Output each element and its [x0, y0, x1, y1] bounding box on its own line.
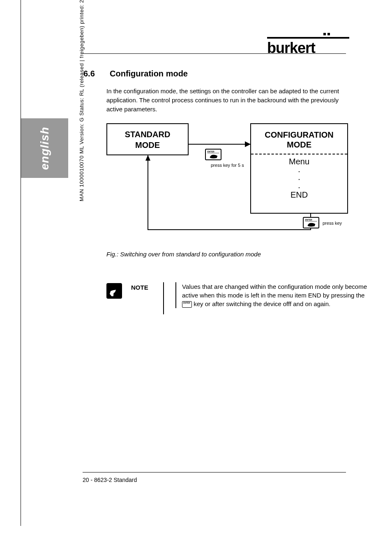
enter-key-icon: ENTER: [205, 149, 221, 160]
figure-caption: Fig.: Switching over from standard to co…: [106, 251, 371, 258]
enter-key-icon: ENTER: [182, 301, 192, 308]
arrow-to-config: [189, 144, 250, 145]
return-line-h: [148, 229, 311, 230]
configuration-mode-box: CONFIGURATION MODE Menu ... END: [250, 123, 348, 214]
page-footer: 20 - 8623-2 Standard: [83, 477, 137, 483]
standard-mode-box: STANDARD MODE: [106, 123, 189, 155]
menu-label: Menu: [251, 157, 347, 166]
config-line1: CONFIGURATION: [253, 130, 346, 140]
press-5s-label: press key for 5 s: [211, 163, 244, 168]
section-title: Configuration mode: [110, 69, 188, 78]
svg-text:ENTER: ENTER: [305, 219, 312, 221]
logo-text: burkert: [267, 39, 349, 57]
enter-key-icon: ENTER: [303, 217, 319, 228]
note-text: Values that are changed within the confi…: [182, 282, 367, 308]
menu-ellipsis: ...: [251, 166, 347, 190]
mode-diagram: STANDARD MODE ENTER press key for 5 s CO…: [106, 123, 349, 234]
svg-text:ENTER: ENTER: [207, 150, 214, 153]
return-arrow-v: [148, 155, 148, 230]
note-hand-icon: [106, 283, 122, 299]
section-number: 6.6: [83, 69, 100, 78]
end-label: END: [251, 190, 347, 200]
standard-line2: MODE: [107, 140, 188, 150]
standard-line1: STANDARD: [107, 129, 188, 140]
config-line2: MODE: [253, 140, 346, 150]
intro-paragraph: In the configuration mode, the settings …: [106, 87, 353, 113]
header-rule: [83, 53, 346, 54]
language-tab: english: [21, 118, 68, 178]
language-label: english: [38, 127, 51, 170]
press-key-label: press key: [323, 221, 342, 226]
note-bar: [163, 282, 166, 314]
note-label: NOTE: [131, 282, 154, 291]
footer-rule: [83, 472, 346, 472]
